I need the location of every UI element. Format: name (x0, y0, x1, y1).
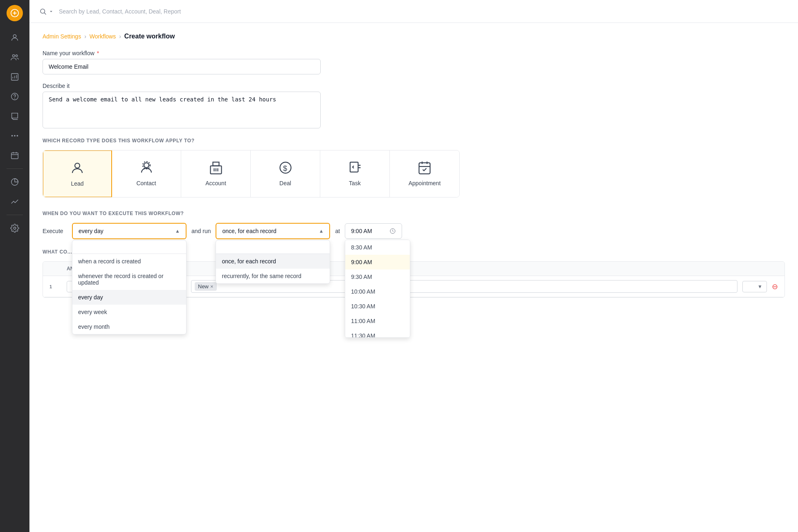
sidebar-icon-reports[interactable] (7, 69, 23, 85)
sidebar-icon-settings[interactable] (7, 220, 23, 236)
record-card-contact-label: Contact (136, 180, 156, 186)
svg-point-12 (14, 135, 16, 137)
sidebar-divider-1 (7, 168, 23, 169)
run-dropdown-search-input[interactable] (221, 244, 325, 250)
execute-select-value: every day (79, 228, 103, 234)
record-card-lead-label: Lead (71, 180, 83, 187)
workflow-describe-group: Describe it Send a welcome email to all … (43, 83, 785, 130)
time-option-900[interactable]: 9:00 AM (345, 255, 410, 269)
condition-tag-remove[interactable]: × (210, 283, 214, 290)
record-card-task[interactable]: Task (320, 150, 390, 197)
svg-point-4 (13, 55, 15, 57)
run-select-value: once, for each record (222, 228, 276, 234)
execute-option-every-day[interactable]: every day (72, 290, 186, 305)
and-run-label: and run (191, 228, 211, 234)
condition-tag-label: New (198, 283, 209, 290)
record-type-cards: Lead Contact Account $ Deal Task (43, 150, 460, 198)
svg-point-10 (11, 93, 18, 100)
workflow-name-group: Name your workflow * (43, 50, 785, 74)
record-card-account[interactable]: Account (181, 150, 251, 197)
sidebar-divider-2 (7, 215, 23, 215)
workflow-name-label: Name your workflow * (43, 50, 785, 56)
run-option-once[interactable]: once, for each record (216, 254, 330, 269)
breadcrumb: Admin Settings › Workflows › Create work… (43, 33, 785, 40)
record-card-contact[interactable]: Contact (112, 150, 181, 197)
record-card-lead[interactable]: Lead (43, 150, 112, 198)
time-option-1000[interactable]: 10:00 AM (345, 284, 410, 299)
sidebar-icon-dots[interactable] (7, 128, 23, 144)
workflow-name-input[interactable] (43, 59, 321, 74)
run-chevron-icon: ▲ (319, 228, 324, 234)
sidebar-icon-calendar[interactable] (7, 147, 23, 164)
execute-option-every-week[interactable]: every week (72, 305, 186, 319)
record-type-section-title: WHICH RECORD TYPE DOES THIS WORKFLOW APP… (43, 138, 785, 144)
content-area: Admin Settings › Workflows › Create work… (29, 23, 798, 532)
sidebar-icon-contacts[interactable] (7, 49, 23, 65)
condition-end-select[interactable]: ▼ (742, 281, 767, 292)
svg-point-23 (144, 163, 149, 168)
sidebar-icon-deals[interactable] (7, 88, 23, 105)
time-option-1030[interactable]: 10:30 AM (345, 299, 410, 314)
breadcrumb-workflows[interactable]: Workflows (90, 33, 116, 40)
sidebar-icon-chat[interactable] (7, 108, 23, 124)
sidebar (0, 0, 29, 532)
sidebar-icon-bar[interactable] (7, 193, 23, 210)
svg-point-22 (75, 163, 80, 168)
sidebar-icon-user[interactable] (7, 29, 23, 46)
record-card-deal[interactable]: $ Deal (251, 150, 320, 197)
time-select[interactable]: 9:00 AM (345, 223, 402, 239)
svg-rect-32 (350, 162, 358, 172)
search-placeholder: Search by Lead, Contact, Account, Deal, … (59, 8, 181, 15)
execute-section: WHEN DO YOU WANT TO EXECUTE THIS WORKFLO… (43, 211, 785, 239)
run-select[interactable]: once, for each record ▲ (216, 223, 330, 239)
svg-point-19 (13, 227, 16, 229)
condition-remove-btn[interactable]: ⊖ (772, 282, 778, 291)
svg-rect-35 (419, 163, 430, 174)
run-dropdown-search (216, 240, 330, 254)
execute-chevron-icon: ▲ (175, 228, 180, 234)
record-card-appointment[interactable]: Appointment (390, 150, 459, 197)
breadcrumb-current: Create workflow (124, 33, 175, 40)
run-dropdown: once, for each record recurrently, for t… (216, 240, 330, 284)
execute-option-created[interactable]: when a record is created (72, 254, 186, 269)
svg-point-5 (16, 55, 18, 57)
required-star: * (95, 50, 99, 56)
svg-point-11 (11, 135, 13, 137)
execute-label: Execute (43, 228, 67, 234)
breadcrumb-sep-2: › (119, 33, 121, 40)
clock-icon (389, 228, 396, 234)
execute-option-every-month[interactable]: every month (72, 319, 186, 334)
sidebar-icon-pie[interactable] (7, 174, 23, 190)
svg-line-21 (44, 13, 46, 14)
condition-tag: New × (195, 282, 217, 291)
workflow-describe-input[interactable]: Send a welcome email to all new leads cr… (43, 92, 321, 128)
record-card-account-label: Account (205, 180, 226, 186)
execute-dropdown-search-input[interactable] (77, 244, 181, 250)
run-option-recurrently[interactable]: recurrently, for the same record (216, 269, 330, 283)
breadcrumb-admin[interactable]: Admin Settings (43, 33, 81, 40)
record-card-deal-label: Deal (279, 180, 291, 186)
execute-dropdown: when a record is created whenever the re… (72, 240, 187, 334)
workflow-describe-label: Describe it (43, 83, 785, 89)
execute-select[interactable]: every day ▲ (72, 223, 187, 239)
execute-section-title: WHEN DO YOU WANT TO EXECUTE THIS WORKFLO… (43, 211, 785, 216)
svg-rect-14 (11, 153, 18, 159)
execute-dropdown-search (72, 240, 186, 254)
time-option-930[interactable]: 9:30 AM (345, 269, 410, 284)
condition-end-chevron: ▼ (758, 284, 762, 290)
search-button[interactable] (39, 8, 54, 15)
record-card-appointment-label: Appointment (409, 180, 441, 186)
time-option-1130[interactable]: 11:30 AM (345, 328, 410, 338)
execute-select-wrapper: every day ▲ when a record is created whe… (72, 223, 187, 239)
record-card-task-label: Task (349, 180, 361, 186)
app-logo[interactable] (7, 5, 23, 21)
execute-option-created-updated[interactable]: whenever the record is created or update… (72, 269, 186, 290)
time-option-1100[interactable]: 11:00 AM (345, 314, 410, 328)
time-dropdown: 8:30 AM 9:00 AM 9:30 AM 10:00 AM 10:30 A… (345, 240, 410, 338)
svg-point-3 (13, 35, 16, 38)
svg-text:$: $ (283, 164, 287, 173)
time-option-830[interactable]: 8:30 AM (345, 240, 410, 255)
time-select-wrapper: 9:00 AM 8:30 AM 9:00 AM 9:30 AM 10:00 AM… (345, 223, 402, 239)
breadcrumb-sep-1: › (84, 33, 86, 40)
topbar: Search by Lead, Contact, Account, Deal, … (29, 0, 798, 23)
